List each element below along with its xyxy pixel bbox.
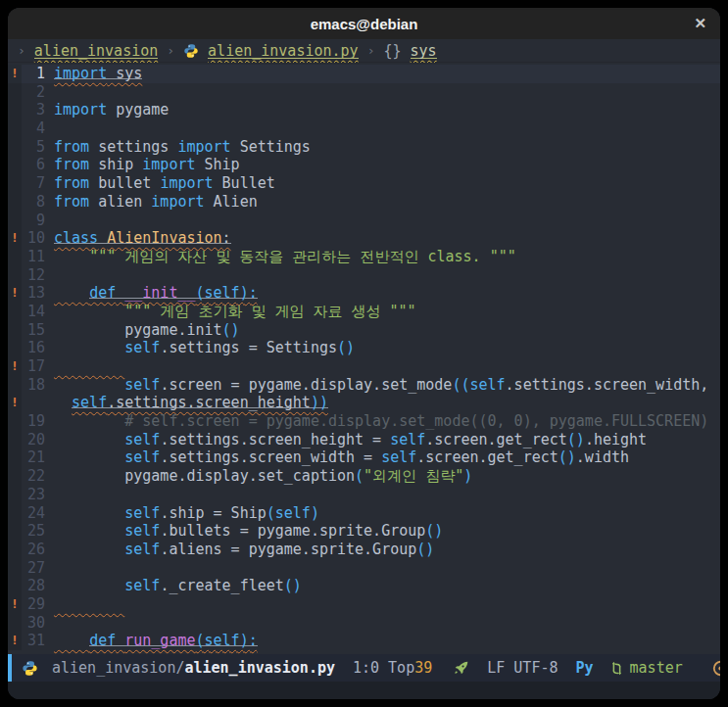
code-line[interactable]: 30 [8,614,720,633]
code-text: import sys [54,65,720,83]
fringe-warning-icon: ! [8,284,22,303]
fringe-warning-icon: ! [8,595,22,614]
code-line[interactable]: 4 [8,119,720,138]
chevron-right-icon: › [167,43,174,58]
scroll-indicator: Top39 [388,659,432,677]
code-line[interactable]: 27 [8,559,720,578]
close-icon[interactable]: ✕ [694,8,706,39]
modeline: alien_invasion/alien_invasion.py 1:0 Top… [8,654,720,682]
buffer-filename: alien_invasion.py [184,659,335,677]
code-line[interactable]: 25 self.bullets = pygame.sprite.Group() [8,522,720,541]
code-line[interactable]: 12 [8,266,720,285]
line-number: 23 [22,486,54,504]
code-text: self.aliens = pygame.sprite.Group() [54,541,720,559]
code-line[interactable]: 24 self.ship = Ship(self) [8,504,720,523]
code-line[interactable]: !29 [8,595,720,614]
fringe [8,522,22,541]
fringe [8,448,22,467]
fringe [8,156,22,174]
code-line[interactable]: 6from ship import Ship [8,156,720,174]
code-line[interactable]: 14 """ 게임 초기화 및 게임 자료 생성 """ [8,303,720,321]
code-line[interactable]: 8from alien import Alien [8,193,720,212]
fringe [8,119,22,138]
code-line[interactable]: 19 # self.screen = pygame.display.set_mo… [8,412,720,431]
line-number: 18 [22,376,54,395]
fringe-warning-icon: ! [8,229,22,248]
code-buffer[interactable]: !1import sys23import pygame45from settin… [8,63,720,654]
line-number: 8 [22,193,54,212]
code-line[interactable]: !1import sys [8,65,720,83]
code-line[interactable]: 9 [8,212,720,230]
git-branch-icon [609,661,624,676]
code-text: from settings import Settings [54,138,720,157]
line-number: 21 [22,448,54,467]
clipped-status-icon [712,660,720,677]
encoding-indicator[interactable]: LF UTF-8 [487,659,558,677]
fringe [8,321,22,340]
git-status[interactable]: master [609,659,683,677]
line-number: 3 [22,101,54,119]
code-line[interactable]: 7from bullet import Bullet [8,174,720,193]
echo-area[interactable] [8,682,720,699]
line-number: 4 [22,119,54,138]
breadcrumb-file[interactable]: alien_invasion.py [208,42,359,60]
window-title: emacs@debian [311,16,418,32]
braces-icon: {} [383,42,401,60]
fringe [8,614,22,633]
fringe [8,431,22,449]
line-number: 1 [22,65,54,83]
line-number: 25 [22,522,54,541]
code-text: self.settings.screen_height)) [54,394,720,412]
code-text: pygame.init() [54,321,720,340]
line-number: 14 [22,303,54,321]
code-line[interactable]: 28 self._create_fleet() [8,577,720,595]
code-line[interactable]: !10class AlienInvasion: [8,229,720,248]
breadcrumb-symbol[interactable]: sys [411,42,437,60]
fringe [8,504,22,523]
code-line[interactable]: 21 self.settings.screen_width = self.scr… [8,448,720,467]
line-number: 17 [22,357,54,376]
code-line[interactable]: !13 def __init__(self): [8,284,720,303]
code-line[interactable]: 26 self.aliens = pygame.sprite.Group() [8,541,720,559]
major-mode[interactable]: Py [576,659,594,677]
code-text [54,486,720,504]
fringe [8,212,22,230]
code-text: pygame.display.set_caption("외계인 침략") [54,467,720,486]
fringe [8,467,22,486]
code-line[interactable]: 20 self.settings.screen_height = self.sc… [8,431,720,449]
titlebar[interactable]: emacs@debian ✕ [8,8,720,39]
code-text: class AlienInvasion: [54,229,720,248]
code-text: from bullet import Bullet [54,174,720,193]
code-text [54,357,720,376]
code-line[interactable]: 5from settings import Settings [8,138,720,157]
code-rows: !1import sys23import pygame45from settin… [8,65,720,650]
cursor-position[interactable]: 1:0 [353,659,379,677]
code-text: from ship import Ship [54,156,720,174]
fringe [8,541,22,559]
code-line[interactable]: !17 [8,357,720,376]
code-line[interactable]: 2 [8,83,720,102]
emacs-window: emacs@debian ✕ › alien_invasion › alien_… [8,8,720,699]
line-count: 39 [414,659,432,677]
code-line[interactable]: 3import pygame [8,101,720,119]
code-line[interactable]: 16 self.settings = Settings() [8,339,720,357]
code-line[interactable]: 23 [8,486,720,504]
buffer-path[interactable]: alien_invasion/alien_invasion.py [52,659,335,677]
breadcrumb-project[interactable]: alien_invasion [34,42,158,60]
fringe-warning-icon: ! [8,632,22,650]
fringe-warning-icon: ! [8,65,22,83]
line-number: 11 [22,248,54,266]
code-line[interactable]: 18 self.screen = pygame.display.set_mode… [8,376,720,395]
code-text: self.ship = Ship(self) [54,504,720,523]
code-text: self.settings.screen_width = self.screen… [54,448,720,467]
code-text [54,83,720,102]
code-line[interactable]: 11 """ 게임의 자산 및 동작을 관리하는 전반적인 class. """ [8,248,720,266]
code-line[interactable]: ! self.settings.screen_height)) [8,394,720,412]
code-line[interactable]: 22 pygame.display.set_caption("외계인 침략") [8,467,720,486]
code-text: """ 게임 초기화 및 게임 자료 생성 """ [54,303,720,321]
line-number: 10 [22,229,54,248]
fringe [8,339,22,357]
code-line[interactable]: 15 pygame.init() [8,321,720,340]
code-text: self.screen = pygame.display.set_mode((s… [54,376,720,395]
code-line[interactable]: !31 def run_game(self): [8,632,720,650]
